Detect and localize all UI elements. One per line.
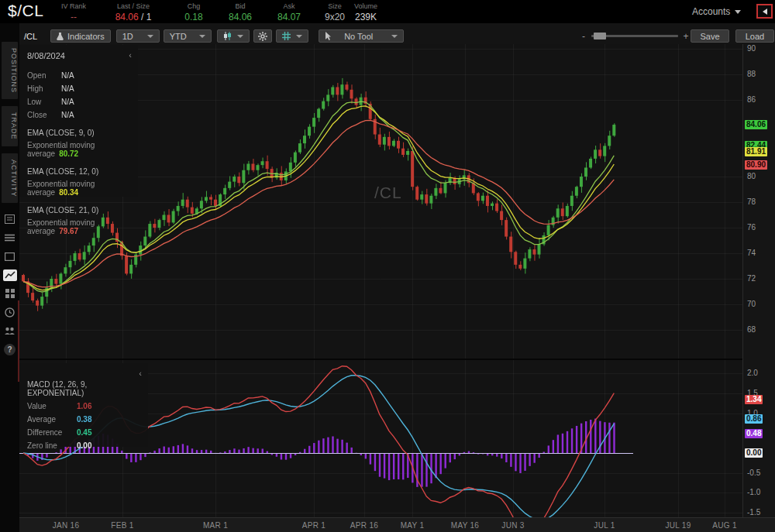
accounts-label: Accounts: [692, 6, 730, 17]
legend-label: Low: [27, 98, 61, 106]
indicators-button[interactable]: Indicators: [50, 29, 111, 43]
chart-toolbar: /CL Indicators 1D YTD No: [19, 28, 775, 44]
crosshair-date: 8/08/2024: [27, 51, 130, 60]
legend-row-open: OpenN/A: [27, 71, 130, 80]
legend-label: Open: [27, 71, 61, 80]
chevron-down-icon: [296, 35, 302, 38]
zoom-slider-handle[interactable]: [594, 33, 606, 39]
timeframe-value: 1D: [122, 32, 133, 41]
macd-axis-badge: 1.34: [745, 395, 763, 404]
window-icon[interactable]: [0, 247, 19, 266]
price-axis-badge: 81.91: [745, 147, 767, 156]
chevron-left-icon: [763, 9, 767, 15]
sidebar-tab-activity[interactable]: ACTIVITY: [2, 153, 18, 204]
zoom-slider[interactable]: [591, 35, 678, 37]
ema9-row: Exponential moving average80.72: [27, 141, 130, 158]
price-tick-label: 74: [747, 249, 756, 257]
chart-area: /CL 908886807876747270682.01.51.0-0.5-1.…: [19, 44, 775, 532]
field-label: Ask: [270, 2, 308, 10]
grid-icon[interactable]: [0, 284, 19, 303]
range-dropdown[interactable]: YTD: [164, 29, 212, 43]
collapse-panel-button[interactable]: [756, 4, 773, 19]
chart-type-dropdown[interactable]: [217, 29, 250, 43]
ema21-title: EMA (CLOSE, 21, 0): [27, 206, 130, 215]
tool-value: No Tool: [344, 32, 373, 41]
macd-tick-label: -0.5: [747, 469, 760, 477]
last-size: / 1: [139, 12, 152, 22]
sidebar-tab-positions[interactable]: POSITIONS: [2, 42, 18, 99]
legend-label: High: [27, 84, 61, 93]
load-button[interactable]: Load: [735, 29, 774, 43]
macd-axis-badge: 0.00: [745, 448, 763, 458]
chart-settings-button[interactable]: [253, 29, 272, 43]
chart-icon[interactable]: [0, 266, 19, 284]
macd-axis-badge: 0.86: [745, 414, 763, 424]
candlestick-icon: [223, 32, 232, 40]
macd-title: MACD (12, 26, 9, EXPONENTIAL): [27, 380, 140, 397]
macd-row-difference: Difference0.45: [27, 428, 140, 437]
zoom-control: - +: [579, 29, 691, 43]
macd-tick-label: 2.0: [747, 369, 758, 377]
journal-icon[interactable]: [0, 228, 19, 247]
drawing-tool-dropdown[interactable]: No Tool: [319, 29, 404, 43]
field-label: IV Rank: [54, 2, 93, 10]
macd-average: 0.38: [77, 415, 91, 424]
ohlc-legend: 8/08/2024 ‹ OpenN/A HighN/A LowN/A Close…: [19, 45, 138, 197]
chevron-down-icon: [391, 35, 398, 38]
collapse-legend-icon[interactable]: ‹: [129, 52, 132, 58]
iv-rank-value: --: [54, 12, 93, 22]
help-icon[interactable]: ?: [0, 340, 19, 359]
chevron-down-icon: [735, 10, 741, 14]
timeframe-dropdown[interactable]: 1D: [116, 29, 160, 43]
macd-row-average: Average0.38: [27, 415, 140, 424]
macd-row-value: Value1.06: [27, 402, 140, 410]
history-icon[interactable]: [0, 303, 19, 321]
price-tick-label: 70: [747, 300, 756, 308]
time-axis-label: JAN 16: [53, 521, 80, 530]
legend-value: N/A: [61, 71, 74, 80]
chart-symbol-input[interactable]: /CL: [24, 32, 47, 41]
accounts-menu[interactable]: Accounts: [692, 6, 741, 17]
macd-legend: ‹ MACD (12, 26, 9, EXPONENTIAL) Value1.0…: [19, 363, 148, 447]
ema21-value: 79.67: [59, 227, 78, 235]
macd-row-zeroline: Zero line0.00: [27, 441, 140, 450]
time-axis: JAN 16FEB 1MAR 1APR 1APR 16MAY 1MAY 16JU…: [19, 517, 775, 532]
price-axis-badge: 80.90: [745, 160, 767, 170]
chg-value: 0.18: [174, 12, 213, 22]
zoom-in-button[interactable]: +: [681, 31, 691, 42]
time-axis-label: MAR 1: [203, 521, 228, 530]
legend-value: N/A: [61, 111, 74, 119]
legend-label: Close: [27, 111, 61, 119]
collapse-legend-icon[interactable]: ‹: [139, 370, 142, 376]
legend-value: N/A: [61, 84, 74, 93]
legend-value: N/A: [61, 98, 74, 106]
macd-tick-label: -1.0: [747, 488, 760, 496]
quote-field-volume: Volume 239K: [347, 2, 384, 22]
left-rail: POSITIONS TRADE ACTIVITY ?: [0, 23, 19, 532]
crosshair-grid-icon: [282, 32, 291, 40]
crosshair-dropdown[interactable]: [276, 29, 308, 43]
gear-icon: [258, 32, 267, 41]
price-tick-label: 68: [747, 325, 756, 334]
time-axis-label: MAY 1: [401, 521, 425, 530]
field-label: Bid: [221, 2, 260, 10]
zoom-out-button[interactable]: -: [579, 31, 588, 42]
time-axis-label: JUL 19: [665, 521, 691, 530]
follow-icon[interactable]: [0, 321, 19, 340]
time-axis-label: APR 16: [350, 521, 378, 530]
macd-difference: 0.45: [77, 428, 91, 437]
ask-value: 84.07: [270, 12, 308, 22]
legend-label: Average: [27, 415, 77, 424]
price-tick-label: 78: [747, 197, 756, 206]
sidebar-tab-trade[interactable]: TRADE: [2, 106, 18, 146]
bid-value: 84.06: [221, 12, 260, 22]
watchlist-icon[interactable]: [0, 210, 19, 228]
macd-value: 1.06: [77, 402, 91, 410]
save-button[interactable]: Save: [691, 29, 729, 43]
price-tick-label: 90: [747, 44, 756, 53]
price-tick-label: 76: [747, 223, 756, 232]
cursor-icon: [325, 32, 332, 40]
panel-divider[interactable]: [19, 359, 742, 360]
ema12-title: EMA (CLOSE, 12, 0): [27, 167, 130, 176]
time-axis-label: MAY 16: [451, 521, 479, 530]
